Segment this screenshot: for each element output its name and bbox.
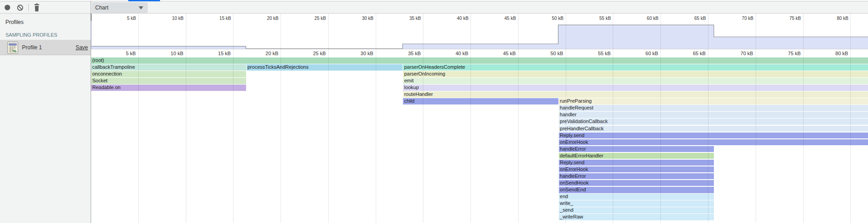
svg-text:%: % [13,48,17,53]
